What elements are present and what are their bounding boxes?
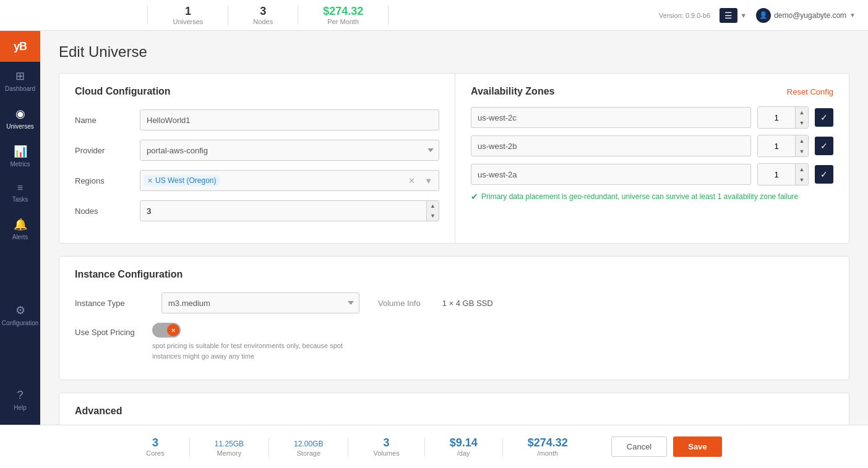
- az-row-1: us-west-2c ▲ ▼ ✓: [471, 106, 833, 129]
- region-tag: ✕ US West (Oregon): [144, 175, 220, 186]
- nodes-increment-button[interactable]: ▲: [427, 201, 439, 211]
- tasks-icon: ≡: [17, 182, 23, 194]
- region-tag-close[interactable]: ✕: [147, 177, 153, 185]
- az-increment-3[interactable]: ▲: [796, 164, 808, 174]
- footer-daily-cost-value: $9.14: [450, 436, 478, 449]
- az-decrement-1[interactable]: ▼: [796, 117, 808, 128]
- regions-input[interactable]: ✕ US West (Oregon) ✕ ▼: [140, 170, 439, 191]
- reset-config-button[interactable]: Reset Config: [787, 87, 833, 96]
- footer-buttons: Cancel Save: [611, 436, 722, 457]
- footer-memory-value: 11.25GB: [215, 436, 244, 449]
- user-name: demo@yugabyte.com: [774, 11, 846, 20]
- alerts-icon: 🔔: [14, 218, 27, 231]
- sidebar-item-label: Metrics: [10, 161, 30, 168]
- list-view-button[interactable]: ☰: [720, 8, 737, 23]
- az-row-2: us-west-2b ▲ ▼ ✓: [471, 135, 833, 157]
- az-info-text: Primary data placement is geo-redundant,…: [481, 192, 798, 201]
- footer-cores-label: Cores: [146, 449, 164, 457]
- az-count-spinners-2: ▲ ▼: [795, 135, 808, 156]
- az-title: Availability Zones: [471, 86, 554, 97]
- user-menu[interactable]: 👤 demo@yugabyte.com ▼: [756, 8, 856, 23]
- save-button[interactable]: Save: [673, 436, 721, 457]
- footer-volumes-label: Volumes: [373, 449, 399, 457]
- instance-type-select[interactable]: m3.medium: [161, 292, 359, 313]
- footer-divider-3: [348, 438, 348, 456]
- sidebar-logo[interactable]: yB: [0, 31, 40, 62]
- cloud-az-section: Cloud Configuration Name Provider portal…: [59, 73, 849, 244]
- footer-daily-cost-label: /day: [457, 449, 470, 457]
- universes-icon: ◉: [15, 107, 25, 121]
- top-bar: 1 Universes 3 Nodes $274.32 Per Month Ve…: [0, 0, 868, 31]
- cost-label: Per Month: [327, 18, 359, 25]
- cancel-button[interactable]: Cancel: [611, 436, 667, 457]
- view-toggle[interactable]: ☰ ▼: [720, 8, 747, 23]
- name-label: Name: [75, 116, 131, 125]
- az-decrement-3[interactable]: ▼: [796, 174, 808, 185]
- universes-count: 1: [185, 5, 191, 18]
- sidebar-item-label: Universes: [6, 123, 33, 130]
- az-check-3[interactable]: ✓: [815, 165, 833, 184]
- az-count-input-3[interactable]: [758, 164, 795, 185]
- footer-memory-label: Memory: [217, 449, 242, 457]
- instance-config-section: Instance Configuration Instance Type m3.…: [59, 256, 849, 380]
- spot-toggle-wrapper: ✕ spot pricing is suitable for test envi…: [152, 323, 363, 361]
- footer-volumes-value: 3: [384, 436, 390, 449]
- az-select-2[interactable]: us-west-2b: [471, 135, 751, 156]
- footer-cores-value: 3: [152, 436, 158, 449]
- nodes-input[interactable]: [140, 200, 427, 221]
- az-count-input-1[interactable]: [758, 107, 795, 128]
- footer-divider-1: [189, 438, 190, 456]
- spot-note: spot pricing is suitable for test enviro…: [152, 341, 363, 361]
- regions-dropdown-icon[interactable]: ▼: [421, 176, 436, 185]
- az-count-input-2[interactable]: [758, 135, 795, 156]
- sidebar-item-label: Configuration: [2, 320, 38, 326]
- footer-bar: 3 Cores 11.25GB Memory 12.00GB Storage 3…: [0, 425, 868, 468]
- regions-row: Regions ✕ US West (Oregon) ✕ ▼: [75, 170, 439, 191]
- az-increment-1[interactable]: ▲: [796, 107, 808, 117]
- footer-monthly-cost-label: /month: [537, 449, 558, 457]
- region-tag-label: US West (Oregon): [155, 176, 216, 185]
- sidebar-item-dashboard[interactable]: ⊞ Dashboard: [0, 62, 40, 100]
- configuration-icon: ⚙: [15, 304, 25, 317]
- nodes-decrement-button[interactable]: ▼: [427, 211, 439, 221]
- sidebar-item-tasks[interactable]: ≡ Tasks: [0, 175, 40, 210]
- provider-select[interactable]: portal-aws-config: [140, 140, 439, 161]
- name-input[interactable]: [140, 109, 439, 130]
- sidebar-item-alerts[interactable]: 🔔 Alerts: [0, 210, 40, 248]
- provider-label: Provider: [75, 146, 131, 155]
- nodes-row: Nodes ▲ ▼: [75, 200, 439, 221]
- sidebar-item-configuration[interactable]: ⚙ Configuration: [0, 296, 40, 334]
- az-check-2[interactable]: ✓: [815, 137, 833, 155]
- az-header: Availability Zones Reset Config: [471, 86, 833, 97]
- cloud-config-section: Cloud Configuration Name Provider portal…: [59, 74, 455, 243]
- footer-daily-cost: $9.14 /day: [450, 436, 478, 457]
- nodes-count: 3: [260, 5, 266, 18]
- nodes-label: Nodes: [253, 18, 273, 25]
- cost-stat[interactable]: $274.32 Per Month: [298, 5, 389, 25]
- sidebar-item-metrics[interactable]: 📊 Metrics: [0, 137, 40, 175]
- nodes-stat[interactable]: 3 Nodes: [228, 5, 298, 25]
- name-row: Name: [75, 109, 439, 130]
- sidebar-item-label: Dashboard: [5, 85, 35, 92]
- az-increment-2[interactable]: ▲: [796, 135, 808, 146]
- regions-clear-icon[interactable]: ✕: [405, 176, 418, 185]
- az-check-1[interactable]: ✓: [815, 108, 833, 127]
- footer-cores: 3 Cores: [146, 436, 164, 457]
- advanced-title: Advanced: [75, 406, 833, 417]
- sidebar-item-label: Tasks: [12, 196, 28, 203]
- universes-stat[interactable]: 1 Universes: [147, 5, 228, 25]
- az-select-3[interactable]: us-west-2a: [471, 164, 751, 185]
- az-count-wrapper-1: ▲ ▼: [757, 106, 809, 129]
- spot-pricing-toggle[interactable]: ✕: [152, 323, 181, 338]
- az-select-1[interactable]: us-west-2c: [471, 107, 751, 128]
- top-bar-stats: 1 Universes 3 Nodes $274.32 Per Month: [147, 5, 389, 25]
- sidebar-item-universes[interactable]: ◉ Universes: [0, 100, 40, 137]
- az-decrement-2[interactable]: ▼: [796, 146, 808, 156]
- footer-storage-label: Storage: [297, 449, 321, 457]
- footer-memory: 11.25GB Memory: [215, 436, 244, 457]
- footer-monthly-cost-value: $274.32: [528, 436, 568, 449]
- az-info: ✔ Primary data placement is geo-redundan…: [471, 192, 833, 202]
- az-count-spinners-3: ▲ ▼: [795, 164, 808, 185]
- sidebar-item-help[interactable]: ? Help: [0, 381, 40, 419]
- az-info-check-icon: ✔: [471, 192, 478, 202]
